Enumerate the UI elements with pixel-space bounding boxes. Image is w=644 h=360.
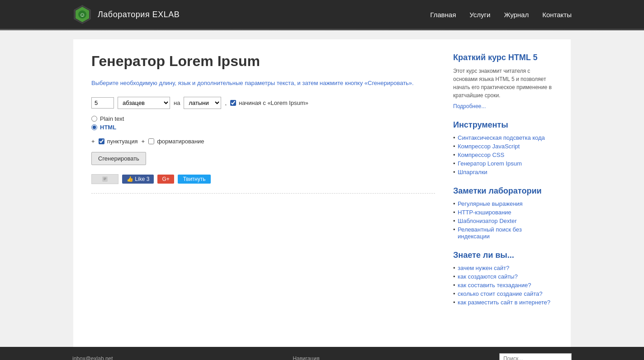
facebook-like-button[interactable]: 👍 Like 3 xyxy=(122,175,154,184)
comma: , xyxy=(225,99,227,106)
list-item: Регулярные выражения xyxy=(453,200,553,207)
notes-list: Регулярные выражения HTTP-кэширование Ша… xyxy=(453,200,553,240)
share-box xyxy=(91,174,118,184)
format-label: форматирование xyxy=(157,138,204,145)
radio-group: Plain text HTML xyxy=(91,115,435,131)
list-item: сколько стоит создание сайта? xyxy=(453,290,553,297)
tools-link-4[interactable]: Шпаргалки xyxy=(458,169,488,175)
description: Выберите необходимую длину, язык и допол… xyxy=(91,79,435,88)
footer-email[interactable]: inbox@exlab.net xyxy=(72,355,113,360)
gplus-label: G+ xyxy=(162,176,169,182)
tweet-label: Твитнуть xyxy=(183,176,206,182)
did-you-know-list: зачем нужен сайт? как создаются сайты? к… xyxy=(453,265,553,306)
list-item: как разместить сайт в интернете? xyxy=(453,299,553,306)
main-nav: Главная Услуги Журнал Контакты xyxy=(430,11,572,19)
radio-plain-text-input[interactable] xyxy=(91,116,97,122)
list-item: Шпаргалки xyxy=(453,169,553,175)
course-more-link[interactable]: Подробнее... xyxy=(453,103,486,109)
list-item: Компрессор JavaScript xyxy=(453,143,553,150)
list-item: Компрессор CSS xyxy=(453,152,553,158)
tools-link-2[interactable]: Компрессор CSS xyxy=(458,152,504,158)
sidebar-tools: Инструменты Синтаксическая подсветка код… xyxy=(453,120,553,175)
tools-link-0[interactable]: Синтаксическая подсветка кода xyxy=(458,134,545,141)
options-row: + пунктуация + форматирование xyxy=(91,138,435,145)
radio-html-input[interactable] xyxy=(91,124,97,130)
content-layout: Генератор Lorem Ipsum Выберите необходим… xyxy=(91,53,553,317)
html-label: HTML xyxy=(100,124,116,131)
format-checkbox[interactable] xyxy=(148,138,154,144)
unit-select[interactable]: абзацев слов предложений xyxy=(118,97,170,109)
list-item: зачем нужен сайт? xyxy=(453,265,553,271)
gplus-button[interactable]: G+ xyxy=(157,175,174,184)
sidebar-did-you-know: Знаете ли вы... зачем нужен сайт? как со… xyxy=(453,251,553,306)
notes-link-0[interactable]: Регулярные выражения xyxy=(458,200,523,207)
did-you-know-heading: Знаете ли вы... xyxy=(453,251,553,260)
form-row-1: абзацев слов предложений на латыни русск… xyxy=(91,97,435,109)
count-input[interactable] xyxy=(91,97,114,109)
list-item: Релевантный поиск без индексации xyxy=(453,226,553,240)
punct-label: пунктуация xyxy=(107,138,138,145)
course-text: Этот курс знакомит читателя с основами я… xyxy=(453,67,553,99)
notes-link-1[interactable]: HTTP-кэширование xyxy=(458,209,511,216)
svg-rect-6 xyxy=(104,179,106,179)
dyk-link-3[interactable]: сколько стоит создание сайта? xyxy=(458,290,542,297)
format-checkbox-row: форматирование xyxy=(148,138,204,145)
main-wrapper: Генератор Lorem Ipsum Выберите необходим… xyxy=(73,39,571,347)
logo-icon: ☺ xyxy=(72,5,92,24)
list-item: как составить техзадание? xyxy=(453,282,553,289)
lang-label: на xyxy=(174,99,180,106)
notes-link-3[interactable]: Релевантный поиск без индексации xyxy=(458,226,522,240)
svg-rect-5 xyxy=(104,178,106,178)
logo-area: ☺ Лаборатория EXLAB xyxy=(72,5,180,24)
nav-home[interactable]: Главная xyxy=(430,11,456,19)
tools-link-1[interactable]: Компрессор JavaScript xyxy=(458,143,520,150)
dyk-link-0[interactable]: зачем нужен сайт? xyxy=(458,265,509,271)
footer-search-input[interactable] xyxy=(499,353,572,360)
svg-rect-7 xyxy=(104,180,105,180)
radio-html[interactable]: HTML xyxy=(91,124,435,131)
nav-contacts[interactable]: Контакты xyxy=(542,11,572,19)
share-icon xyxy=(101,175,109,183)
dyk-link-2[interactable]: как составить техзадание? xyxy=(458,282,531,289)
fb-thumb: 👍 xyxy=(127,176,133,182)
tools-link-3[interactable]: Генератор Lorem Ipsum xyxy=(458,160,522,167)
notes-heading: Заметки лаборатории xyxy=(453,186,553,196)
radio-options-area: Plain text HTML + пунктуация + xyxy=(91,115,435,145)
plus2: + xyxy=(142,138,145,145)
svg-text:☺: ☺ xyxy=(79,11,85,18)
dyk-link-4[interactable]: как разместить сайт в интернете? xyxy=(458,299,550,306)
generate-btn-row: Сгенерировать xyxy=(91,152,435,165)
plain-text-label: Plain text xyxy=(100,115,124,122)
share-row: 👍 Like 3 G+ Твитнуть xyxy=(91,174,435,184)
list-item: как создаются сайты? xyxy=(453,273,553,280)
list-item: Генератор Lorem Ipsum xyxy=(453,160,553,167)
sidebar-course: Краткий курс HTML 5 Этот курс знакомит ч… xyxy=(453,53,553,109)
page-title: Генератор Lorem Ipsum xyxy=(91,53,435,70)
plus1: + xyxy=(91,138,95,145)
nav-services[interactable]: Услуги xyxy=(469,11,490,19)
footer-nav[interactable]: Навигация xyxy=(293,355,319,360)
notes-link-2[interactable]: Шаблонизатор Dexter xyxy=(458,218,516,224)
list-item: Синтаксическая подсветка кода xyxy=(453,134,553,141)
lang-select[interactable]: латыни русском xyxy=(184,97,221,109)
tweet-button[interactable]: Твитнуть xyxy=(178,175,211,184)
fb-like-label: Like 3 xyxy=(135,176,149,182)
punct-checkbox-row: пунктуация xyxy=(99,138,138,145)
footer: inbox@exlab.net Навигация xyxy=(0,347,644,360)
divider xyxy=(91,193,435,194)
sidebar-notes: Заметки лаборатории Регулярные выражения… xyxy=(453,186,553,240)
lorem-checkbox-row: начиная с «Lorem Ipsum» xyxy=(230,99,308,106)
list-item: HTTP-кэширование xyxy=(453,209,553,216)
dyk-link-1[interactable]: как создаются сайты? xyxy=(458,273,518,280)
lorem-ipsum-label: начиная с «Lorem Ipsum» xyxy=(239,99,308,106)
punct-checkbox[interactable] xyxy=(99,138,104,144)
lorem-ipsum-checkbox[interactable] xyxy=(230,100,236,106)
radio-plain-text[interactable]: Plain text xyxy=(91,115,435,122)
header: ☺ Лаборатория EXLAB Главная Услуги Журна… xyxy=(0,0,644,29)
nav-journal[interactable]: Журнал xyxy=(504,11,529,19)
course-heading: Краткий курс HTML 5 xyxy=(453,53,553,62)
list-item: Шаблонизатор Dexter xyxy=(453,218,553,224)
main-content: Генератор Lorem Ipsum Выберите необходим… xyxy=(91,53,435,317)
generate-button[interactable]: Сгенерировать xyxy=(91,152,146,165)
logo-text: Лаборатория EXLAB xyxy=(98,10,180,19)
